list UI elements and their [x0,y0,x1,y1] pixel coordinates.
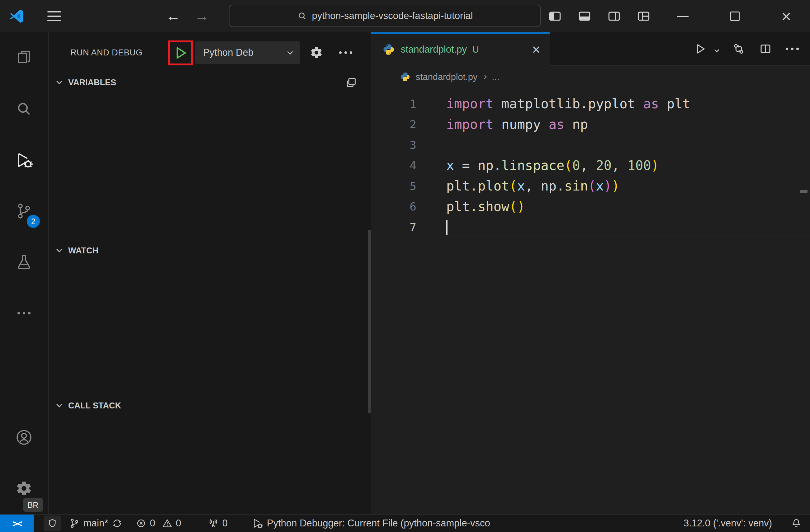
section-label: WATCH [68,246,98,255]
status-bar: >< main* [0,514,810,532]
ellipsis-icon [339,51,352,54]
debug-status[interactable]: Python Debugger: Current File (python-sa… [252,518,490,529]
code-token: ( [564,158,572,173]
code-token: import [446,117,493,132]
activity-item-explorer[interactable] [0,32,48,83]
profile-badge: BR [23,498,43,512]
toggle-sidebar-button[interactable] [548,0,563,32]
sidebar-panel-header: RUN AND DEBUG Python Deb [49,32,371,73]
run-python-file-button[interactable] [694,42,707,55]
remote-indicator[interactable]: >< [0,515,34,532]
call-stack-panel-body [49,415,371,514]
line-number[interactable]: 6 [371,200,446,213]
code-token: numpy [493,117,549,132]
panel-more-actions-button[interactable] [334,32,357,73]
menu-icon[interactable] [47,11,61,21]
sidebar-scrollbar[interactable] [368,230,371,413]
activity-item-source-control[interactable]: 2 [0,185,48,237]
split-editor-button[interactable] [759,42,772,55]
branch-status[interactable]: main* [69,518,123,529]
code-token: as [549,117,565,132]
activity-item-run-debug[interactable] [0,134,48,185]
activity-item-settings[interactable]: BR [0,463,48,514]
code-token: plt. [446,199,478,214]
panel-title: RUN AND DEBUG [70,32,143,73]
line-number[interactable]: 4 [371,159,446,172]
code-token: , [580,158,596,173]
warning-icon [162,518,172,528]
run-and-debug-sidebar: RUN AND DEBUG Python Deb [49,32,371,514]
breadcrumb-file[interactable]: standardplot.py [416,72,477,82]
text-cursor [446,220,448,235]
chevron-right-icon [482,75,487,79]
activity-item-testing[interactable] [0,237,48,288]
toggle-panel-button[interactable] [577,0,592,32]
debug-config-dropdown[interactable]: Python Deb [195,41,300,64]
breadcrumb-symbol[interactable]: ... [492,72,499,82]
code-line[interactable]: 2import numpy as np [371,114,810,134]
code-line[interactable]: 7 [371,217,810,237]
problems-status[interactable]: 0 0 [136,518,181,529]
run-dropdown-chevron-icon[interactable] [714,47,719,52]
code-token: x [596,178,604,194]
code-line[interactable]: 3 [371,134,810,155]
start-debugging-button[interactable] [171,44,190,62]
open-changes-icon[interactable] [732,42,745,55]
toggle-secondary-sidebar-button[interactable] [606,0,622,32]
minimize-button[interactable] [672,0,694,32]
code-token: plt. [446,178,478,194]
debug-icon [15,151,33,169]
debug-config-value: Python Deb [203,47,254,58]
section-header-variables[interactable]: VARIABLES [49,73,371,92]
section-header-call-stack[interactable]: CALL STACK [49,396,371,415]
code-line[interactable]: 6plt.show() [371,196,810,217]
activity-item-more[interactable] [0,288,48,339]
account-icon [15,429,33,446]
code-token: 0 [572,158,580,173]
ellipsis-icon [17,312,31,314]
code-token: x [517,178,525,194]
code-token: 100 [628,158,651,173]
copy-icon[interactable] [345,73,357,92]
play-icon [173,45,189,61]
notifications-button[interactable] [791,518,802,529]
section-header-watch[interactable]: WATCH [49,240,371,260]
line-number[interactable]: 3 [371,138,446,151]
section-label: CALL STACK [68,401,121,411]
command-center-search[interactable]: python-sample-vscode-fastapi-tutorial [229,5,541,27]
tab-standardplot[interactable]: standardplot.py U × [371,32,550,65]
gear-icon [16,480,32,497]
back-button[interactable]: ← [163,4,183,27]
line-number[interactable]: 7 [371,221,446,233]
breadcrumbs: standardplot.py ... [371,66,810,88]
activity-item-account[interactable] [0,412,48,463]
code-token: = [454,158,478,173]
debug-settings-button[interactable] [305,32,328,73]
code-token: matplotlib.pyplot [493,96,643,112]
editor-group: standardplot.py U × [371,32,810,514]
close-button[interactable]: × [775,0,797,32]
forward-button[interactable]: → [192,4,212,27]
customize-layout-button[interactable] [636,0,651,32]
code-token: ) [517,199,525,214]
maximize-button[interactable] [724,0,746,32]
vscode-window: ← → python-sample-vscode-fastapi-tutoria… [0,0,810,532]
code-token: ) [604,178,612,194]
section-label: VARIABLES [68,78,116,87]
line-number[interactable]: 5 [371,180,446,193]
activity-item-search[interactable] [0,83,48,134]
code-token: plot [478,178,509,194]
workspace-trust-button[interactable] [44,515,61,531]
editor-more-actions-button[interactable] [786,48,799,50]
files-icon [15,49,33,67]
line-number[interactable]: 2 [371,118,446,131]
tab-close-button[interactable]: × [532,41,540,58]
code-line[interactable]: 4x = np.linspace(0, 20, 100) [371,155,810,176]
code-token: ) [651,158,659,173]
code-token: ( [509,178,517,194]
python-version-status[interactable]: 3.12.0 ('.venv': venv) [683,518,772,529]
code-line[interactable]: 1import matplotlib.pyplot as plt [371,94,810,114]
ports-status[interactable]: 0 [208,518,228,529]
line-number[interactable]: 1 [371,97,446,110]
code-line[interactable]: 5plt.plot(x, np.sin(x)) [371,176,810,196]
